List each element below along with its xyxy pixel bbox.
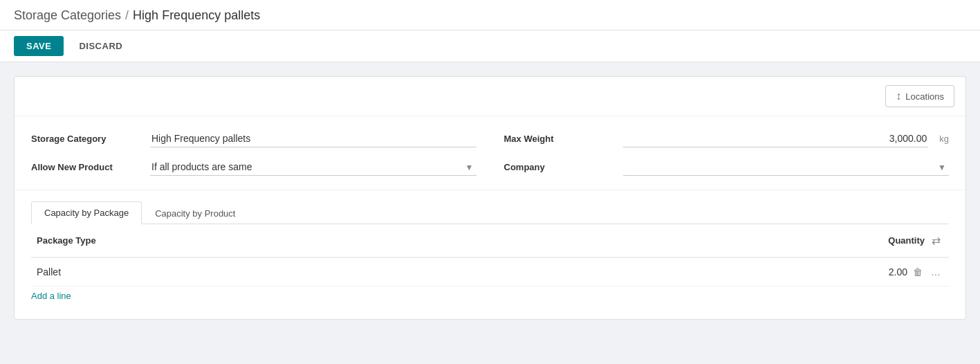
tabs-nav: Capacity by Package Capacity by Product xyxy=(31,201,949,224)
column-settings-icon[interactable]: ⇄ xyxy=(929,231,943,250)
top-bar: Storage Categories / High Frequency pall… xyxy=(0,0,980,30)
company-select-wrapper: ▼ xyxy=(623,158,950,176)
package-type-cell: Pallet xyxy=(31,257,504,286)
discard-button[interactable]: DISCARD xyxy=(69,36,132,56)
main-content: ↕ Locations Storage Category Max Weight … xyxy=(0,62,980,334)
card-header: ↕ Locations xyxy=(15,77,965,116)
tab-capacity-package[interactable]: Capacity by Package xyxy=(31,201,142,224)
tab-content: Package Type Quantity ⇄ Pallet xyxy=(15,224,965,319)
storage-category-row: Storage Category xyxy=(31,130,477,147)
allow-new-product-select[interactable]: If all products are same If all products… xyxy=(150,158,477,176)
row-menu-button[interactable]: … xyxy=(928,265,943,279)
company-label: Company xyxy=(504,162,615,172)
max-weight-row: Max Weight kg xyxy=(504,130,950,147)
allow-new-product-select-wrapper: If all products are same If all products… xyxy=(150,158,477,176)
locations-label: Locations xyxy=(905,91,944,102)
tabs-section: Capacity by Package Capacity by Product xyxy=(15,190,965,224)
capacity-table: Package Type Quantity ⇄ Pallet xyxy=(31,224,949,286)
form-section: Storage Category Max Weight kg Allow New… xyxy=(15,116,965,190)
storage-category-input[interactable] xyxy=(150,130,477,147)
max-weight-input[interactable] xyxy=(623,130,929,147)
row-actions: 2.00 🗑 … xyxy=(510,265,943,279)
max-weight-label: Max Weight xyxy=(504,134,615,144)
table-row: Pallet 2.00 🗑 … xyxy=(31,257,949,286)
tab-capacity-product[interactable]: Capacity by Product xyxy=(142,201,248,224)
locations-button[interactable]: ↕ Locations xyxy=(885,85,954,107)
form-grid: Storage Category Max Weight kg Allow New… xyxy=(31,130,949,176)
quantity-header: Quantity ⇄ xyxy=(504,224,949,257)
company-row: Company ▼ xyxy=(504,158,950,176)
delete-row-button[interactable]: 🗑 xyxy=(910,265,925,279)
package-type-header: Package Type xyxy=(31,224,504,257)
company-select[interactable] xyxy=(623,158,950,176)
breadcrumb: Storage Categories / High Frequency pall… xyxy=(14,8,966,23)
storage-category-label: Storage Category xyxy=(31,134,142,144)
breadcrumb-parent[interactable]: Storage Categories xyxy=(14,8,121,23)
add-line-button[interactable]: Add a line xyxy=(31,286,71,305)
breadcrumb-separator: / xyxy=(125,8,129,23)
quantity-cell: 2.00 🗑 … xyxy=(504,257,949,286)
form-card: ↕ Locations Storage Category Max Weight … xyxy=(14,76,966,320)
weight-unit: kg xyxy=(939,134,949,144)
allow-new-product-label: Allow New Product xyxy=(31,162,142,172)
allow-new-product-row: Allow New Product If all products are sa… xyxy=(31,158,477,176)
action-bar: SAVE DISCARD xyxy=(0,30,980,62)
sort-icon: ↕ xyxy=(896,90,901,102)
save-button[interactable]: SAVE xyxy=(14,36,64,56)
breadcrumb-current: High Frequency pallets xyxy=(133,8,260,23)
